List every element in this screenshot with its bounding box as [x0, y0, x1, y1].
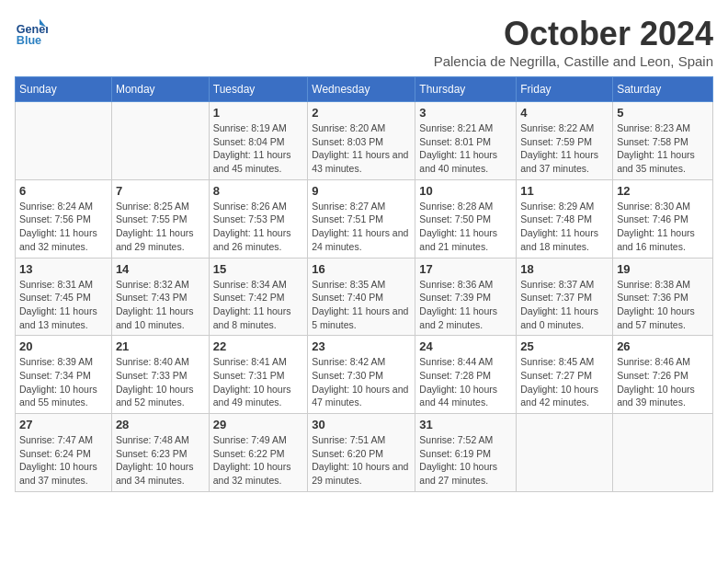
calendar-cell: 17Sunrise: 8:36 AM Sunset: 7:39 PM Dayli…	[415, 258, 517, 336]
day-number: 14	[116, 262, 205, 276]
calendar-cell: 26Sunrise: 8:46 AM Sunset: 7:26 PM Dayli…	[613, 336, 713, 414]
calendar-cell: 31Sunrise: 7:52 AM Sunset: 6:19 PM Dayli…	[415, 414, 517, 492]
calendar-header: SundayMondayTuesdayWednesdayThursdayFrid…	[16, 77, 713, 102]
week-row-2: 6Sunrise: 8:24 AM Sunset: 7:56 PM Daylig…	[16, 179, 713, 258]
day-info: Sunrise: 8:27 AM Sunset: 7:51 PM Dayligh…	[312, 200, 411, 254]
day-number: 13	[19, 262, 108, 276]
day-number: 6	[19, 184, 108, 198]
calendar-cell: 7Sunrise: 8:25 AM Sunset: 7:55 PM Daylig…	[111, 179, 209, 258]
week-row-4: 20Sunrise: 8:39 AM Sunset: 7:34 PM Dayli…	[16, 336, 713, 414]
day-number: 12	[617, 184, 709, 198]
calendar-cell: 28Sunrise: 7:48 AM Sunset: 6:23 PM Dayli…	[111, 414, 209, 492]
day-info: Sunrise: 8:21 AM Sunset: 8:01 PM Dayligh…	[419, 121, 512, 176]
day-number: 23	[312, 339, 411, 353]
day-info: Sunrise: 8:23 AM Sunset: 7:58 PM Dayligh…	[617, 121, 709, 176]
calendar-cell: 5Sunrise: 8:23 AM Sunset: 7:58 PM Daylig…	[613, 102, 713, 180]
day-info: Sunrise: 8:42 AM Sunset: 7:30 PM Dayligh…	[312, 355, 411, 409]
calendar-cell: 21Sunrise: 8:40 AM Sunset: 7:33 PM Dayli…	[111, 336, 209, 414]
subtitle: Palencia de Negrilla, Castille and Leon,…	[434, 53, 713, 69]
day-number: 15	[213, 262, 303, 276]
header-cell-monday: Monday	[111, 77, 209, 102]
day-number: 1	[213, 106, 303, 120]
day-info: Sunrise: 7:47 AM Sunset: 6:24 PM Dayligh…	[19, 433, 108, 488]
week-row-1: 1Sunrise: 8:19 AM Sunset: 8:04 PM Daylig…	[16, 102, 713, 180]
calendar-cell	[111, 102, 209, 180]
day-info: Sunrise: 8:46 AM Sunset: 7:26 PM Dayligh…	[617, 355, 709, 409]
day-info: Sunrise: 8:24 AM Sunset: 7:56 PM Dayligh…	[19, 200, 108, 254]
day-info: Sunrise: 7:51 AM Sunset: 6:20 PM Dayligh…	[312, 433, 411, 488]
day-info: Sunrise: 7:49 AM Sunset: 6:22 PM Dayligh…	[213, 433, 303, 488]
day-number: 26	[617, 339, 709, 353]
calendar-cell: 16Sunrise: 8:35 AM Sunset: 7:40 PM Dayli…	[308, 258, 415, 336]
day-number: 9	[312, 184, 411, 198]
calendar-cell: 18Sunrise: 8:37 AM Sunset: 7:37 PM Dayli…	[517, 258, 613, 336]
day-info: Sunrise: 8:41 AM Sunset: 7:31 PM Dayligh…	[213, 355, 303, 409]
day-info: Sunrise: 8:36 AM Sunset: 7:39 PM Dayligh…	[419, 278, 512, 332]
calendar-cell: 4Sunrise: 8:22 AM Sunset: 7:59 PM Daylig…	[517, 102, 613, 180]
calendar-cell: 24Sunrise: 8:44 AM Sunset: 7:28 PM Dayli…	[415, 336, 517, 414]
day-info: Sunrise: 8:37 AM Sunset: 7:37 PM Dayligh…	[520, 278, 609, 332]
calendar-cell: 14Sunrise: 8:32 AM Sunset: 7:43 PM Dayli…	[111, 258, 209, 336]
header-cell-sunday: Sunday	[16, 77, 112, 102]
day-info: Sunrise: 8:19 AM Sunset: 8:04 PM Dayligh…	[213, 121, 303, 176]
logo: General Blue	[15, 15, 51, 48]
calendar-cell	[517, 414, 613, 492]
calendar-cell: 23Sunrise: 8:42 AM Sunset: 7:30 PM Dayli…	[308, 336, 415, 414]
calendar-cell: 19Sunrise: 8:38 AM Sunset: 7:36 PM Dayli…	[613, 258, 713, 336]
day-number: 19	[617, 262, 709, 276]
day-number: 28	[116, 418, 205, 431]
calendar-cell: 6Sunrise: 8:24 AM Sunset: 7:56 PM Daylig…	[16, 179, 112, 258]
day-number: 25	[520, 339, 609, 353]
day-info: Sunrise: 8:26 AM Sunset: 7:53 PM Dayligh…	[213, 200, 303, 254]
calendar-cell: 3Sunrise: 8:21 AM Sunset: 8:01 PM Daylig…	[415, 102, 517, 180]
calendar-cell: 15Sunrise: 8:34 AM Sunset: 7:42 PM Dayli…	[209, 258, 307, 336]
day-info: Sunrise: 8:38 AM Sunset: 7:36 PM Dayligh…	[617, 278, 709, 332]
day-info: Sunrise: 8:35 AM Sunset: 7:40 PM Dayligh…	[312, 278, 411, 332]
calendar-cell	[613, 414, 713, 492]
day-number: 18	[520, 262, 609, 276]
day-info: Sunrise: 8:25 AM Sunset: 7:55 PM Dayligh…	[116, 200, 205, 254]
day-number: 29	[213, 418, 303, 431]
calendar-cell: 10Sunrise: 8:28 AM Sunset: 7:50 PM Dayli…	[415, 179, 517, 258]
header: General Blue October 2024 Palencia de Ne…	[15, 15, 713, 69]
day-info: Sunrise: 8:29 AM Sunset: 7:48 PM Dayligh…	[520, 200, 609, 254]
day-info: Sunrise: 8:34 AM Sunset: 7:42 PM Dayligh…	[213, 278, 303, 332]
calendar-body: 1Sunrise: 8:19 AM Sunset: 8:04 PM Daylig…	[16, 102, 713, 492]
calendar-cell	[16, 102, 112, 180]
svg-text:Blue: Blue	[17, 34, 41, 47]
day-number: 3	[419, 106, 512, 120]
calendar-cell: 8Sunrise: 8:26 AM Sunset: 7:53 PM Daylig…	[209, 179, 307, 258]
day-number: 31	[419, 418, 512, 431]
calendar-cell: 11Sunrise: 8:29 AM Sunset: 7:48 PM Dayli…	[517, 179, 613, 258]
calendar-cell: 9Sunrise: 8:27 AM Sunset: 7:51 PM Daylig…	[308, 179, 415, 258]
calendar-cell: 27Sunrise: 7:47 AM Sunset: 6:24 PM Dayli…	[16, 414, 112, 492]
day-number: 20	[19, 339, 108, 353]
day-number: 30	[312, 418, 411, 431]
calendar-cell: 1Sunrise: 8:19 AM Sunset: 8:04 PM Daylig…	[209, 102, 307, 180]
day-info: Sunrise: 8:22 AM Sunset: 7:59 PM Dayligh…	[520, 121, 609, 176]
header-cell-thursday: Thursday	[415, 77, 517, 102]
day-number: 21	[116, 339, 205, 353]
header-cell-saturday: Saturday	[613, 77, 713, 102]
day-info: Sunrise: 8:39 AM Sunset: 7:34 PM Dayligh…	[19, 355, 108, 409]
day-number: 5	[617, 106, 709, 120]
day-number: 8	[213, 184, 303, 198]
calendar-cell: 12Sunrise: 8:30 AM Sunset: 7:46 PM Dayli…	[613, 179, 713, 258]
day-number: 24	[419, 339, 512, 353]
day-number: 7	[116, 184, 205, 198]
calendar-cell: 30Sunrise: 7:51 AM Sunset: 6:20 PM Dayli…	[308, 414, 415, 492]
day-number: 10	[419, 184, 512, 198]
day-number: 27	[19, 418, 108, 431]
calendar-cell: 25Sunrise: 8:45 AM Sunset: 7:27 PM Dayli…	[517, 336, 613, 414]
day-info: Sunrise: 7:52 AM Sunset: 6:19 PM Dayligh…	[419, 433, 512, 488]
header-cell-friday: Friday	[517, 77, 613, 102]
day-info: Sunrise: 7:48 AM Sunset: 6:23 PM Dayligh…	[116, 433, 205, 488]
header-cell-tuesday: Tuesday	[209, 77, 307, 102]
day-number: 4	[520, 106, 609, 120]
calendar-cell: 20Sunrise: 8:39 AM Sunset: 7:34 PM Dayli…	[16, 336, 112, 414]
day-number: 16	[312, 262, 411, 276]
week-row-3: 13Sunrise: 8:31 AM Sunset: 7:45 PM Dayli…	[16, 258, 713, 336]
day-number: 2	[312, 106, 411, 120]
day-number: 17	[419, 262, 512, 276]
day-info: Sunrise: 8:28 AM Sunset: 7:50 PM Dayligh…	[419, 200, 512, 254]
